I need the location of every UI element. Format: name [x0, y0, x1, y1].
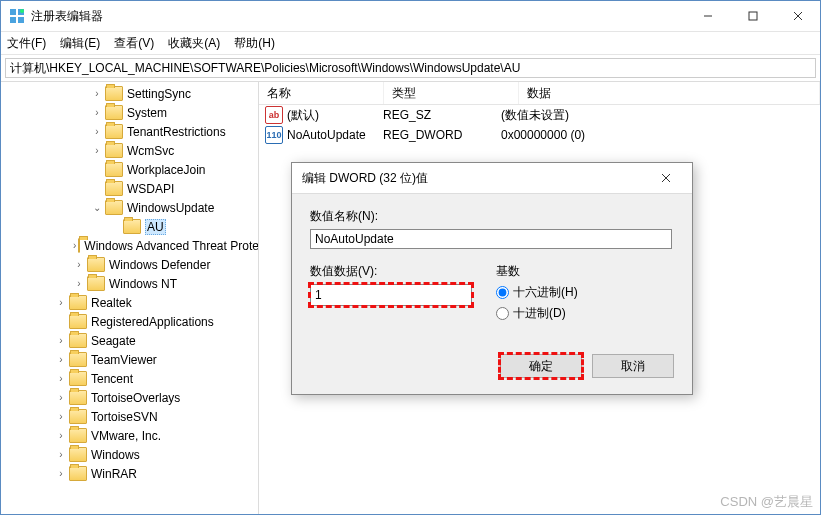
chevron-right-icon[interactable]: › [91, 107, 103, 118]
folder-icon [69, 390, 87, 405]
folder-icon [105, 200, 123, 215]
ok-button[interactable]: 确定 [500, 354, 582, 378]
col-data[interactable]: 数据 [519, 82, 820, 104]
menu-edit[interactable]: 编辑(E) [60, 35, 100, 52]
tree-item-label: WindowsUpdate [127, 201, 214, 215]
radio-hex-input[interactable] [496, 286, 509, 299]
tree-item[interactable]: ›SettingSync [1, 84, 258, 103]
folder-icon [105, 181, 123, 196]
chevron-right-icon[interactable]: › [55, 411, 67, 422]
tree-item[interactable]: ›Windows Defender [1, 255, 258, 274]
tree-item[interactable]: ›Windows NT [1, 274, 258, 293]
tree-item[interactable]: RegisteredApplications [1, 312, 258, 331]
chevron-right-icon[interactable]: › [73, 278, 85, 289]
tree-item[interactable]: ⌄WindowsUpdate [1, 198, 258, 217]
value-row[interactable]: ab(默认)REG_SZ(数值未设置) [259, 105, 820, 125]
folder-icon [123, 219, 141, 234]
dialog-titlebar[interactable]: 编辑 DWORD (32 位)值 [292, 163, 692, 194]
tree-item-label: WorkplaceJoin [127, 163, 205, 177]
address-bar [1, 55, 820, 82]
address-input[interactable] [5, 58, 816, 78]
close-button[interactable] [775, 1, 820, 31]
tree-item[interactable]: ›WinRAR [1, 464, 258, 483]
radio-hex[interactable]: 十六进制(H) [496, 284, 674, 301]
tree-item[interactable]: ›Tencent [1, 369, 258, 388]
value-row[interactable]: 110NoAutoUpdateREG_DWORD0x00000000 (0) [259, 125, 820, 145]
maximize-button[interactable] [730, 1, 775, 31]
radio-dec-input[interactable] [496, 307, 509, 320]
menu-help[interactable]: 帮助(H) [234, 35, 275, 52]
chevron-right-icon[interactable]: › [73, 240, 76, 251]
tree-item-label: VMware, Inc. [91, 429, 161, 443]
value-data: 0x00000000 (0) [501, 128, 820, 142]
tree-item[interactable]: ›Windows Advanced Threat Protection [1, 236, 258, 255]
dword-value-icon: 110 [265, 126, 283, 144]
menu-file[interactable]: 文件(F) [7, 35, 46, 52]
chevron-right-icon[interactable]: › [55, 392, 67, 403]
tree-scroll[interactable]: ›SettingSync›System›TenantRestrictions›W… [1, 82, 258, 514]
tree-item-label: WcmSvc [127, 144, 174, 158]
value-data-input[interactable] [310, 284, 472, 306]
tree-item-label: WinRAR [91, 467, 137, 481]
chevron-right-icon[interactable]: › [55, 297, 67, 308]
app-icon [9, 8, 25, 24]
value-name-label: 数值名称(N): [310, 208, 674, 225]
folder-icon [78, 238, 80, 253]
base-label: 基数 [496, 263, 674, 280]
tree-item[interactable]: WorkplaceJoin [1, 160, 258, 179]
menu-fav[interactable]: 收藏夹(A) [168, 35, 220, 52]
value-data-label: 数值数据(V): [310, 263, 496, 280]
tree-item[interactable]: AU [1, 217, 258, 236]
tree-item[interactable]: WSDAPI [1, 179, 258, 198]
tree-item[interactable]: ›Windows [1, 445, 258, 464]
chevron-right-icon[interactable]: › [91, 145, 103, 156]
svg-rect-2 [10, 17, 16, 23]
svg-rect-3 [18, 17, 24, 23]
tree-item[interactable]: ›System [1, 103, 258, 122]
tree-item[interactable]: ›Seagate [1, 331, 258, 350]
tree-item[interactable]: ›TortoiseSVN [1, 407, 258, 426]
col-name[interactable]: 名称 [259, 82, 384, 104]
value-name: (默认) [287, 107, 383, 124]
minimize-button[interactable] [685, 1, 730, 31]
folder-icon [105, 143, 123, 158]
value-data: (数值未设置) [501, 107, 820, 124]
folder-icon [69, 295, 87, 310]
tree-item[interactable]: ›TortoiseOverlays [1, 388, 258, 407]
tree-item[interactable]: ›TeamViewer [1, 350, 258, 369]
menubar: 文件(F) 编辑(E) 查看(V) 收藏夹(A) 帮助(H) [1, 32, 820, 55]
chevron-right-icon[interactable]: › [55, 373, 67, 384]
radio-hex-label: 十六进制(H) [513, 284, 578, 301]
folder-icon [69, 409, 87, 424]
chevron-right-icon[interactable]: › [55, 449, 67, 460]
chevron-right-icon[interactable]: › [91, 88, 103, 99]
tree-item[interactable]: ›Realtek [1, 293, 258, 312]
chevron-right-icon[interactable]: › [73, 259, 85, 270]
cancel-button[interactable]: 取消 [592, 354, 674, 378]
chevron-right-icon[interactable]: › [55, 430, 67, 441]
string-value-icon: ab [265, 106, 283, 124]
value-name-input[interactable] [310, 229, 672, 249]
tree-item-label: TeamViewer [91, 353, 157, 367]
col-type[interactable]: 类型 [384, 82, 519, 104]
chevron-right-icon[interactable]: › [91, 126, 103, 137]
chevron-right-icon[interactable]: › [55, 354, 67, 365]
menu-view[interactable]: 查看(V) [114, 35, 154, 52]
chevron-right-icon[interactable]: › [55, 335, 67, 346]
folder-icon [87, 257, 105, 272]
folder-icon [105, 162, 123, 177]
chevron-right-icon[interactable]: › [55, 468, 67, 479]
folder-icon [69, 352, 87, 367]
svg-rect-6 [749, 12, 757, 20]
svg-rect-0 [10, 9, 16, 15]
tree-item[interactable]: ›WcmSvc [1, 141, 258, 160]
tree-item-label: TortoiseSVN [91, 410, 158, 424]
tree-item-label: Windows Advanced Threat Protection [84, 239, 258, 253]
chevron-down-icon[interactable]: ⌄ [91, 202, 103, 213]
dialog-close-button[interactable] [646, 163, 686, 193]
tree-item[interactable]: ›TenantRestrictions [1, 122, 258, 141]
edit-dword-dialog: 编辑 DWORD (32 位)值 数值名称(N): 数值数据(V): 基数 十六… [291, 162, 693, 395]
tree-item[interactable]: ›VMware, Inc. [1, 426, 258, 445]
tree-item-label: RegisteredApplications [91, 315, 214, 329]
radio-dec[interactable]: 十进制(D) [496, 305, 674, 322]
